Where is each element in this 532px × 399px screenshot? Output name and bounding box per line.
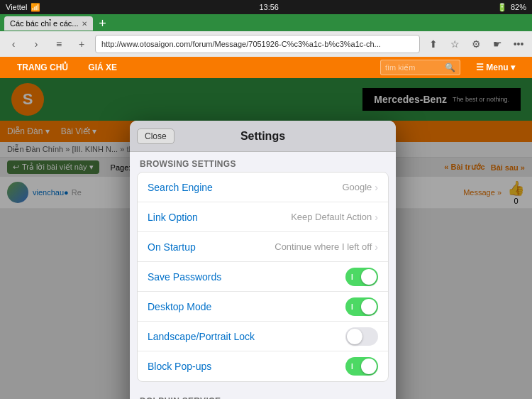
tab-strip: Các bác chỉ e các... ✕ + <box>0 14 532 31</box>
gear-button[interactable]: ⚙ <box>467 35 485 53</box>
search-input[interactable] <box>385 63 442 72</box>
carrier-label: Viettel <box>6 3 27 11</box>
chevron-icon-link-option: › <box>375 212 378 223</box>
row-value-block-popups: I <box>345 357 378 376</box>
row-nav-value-search-engine: Google <box>342 182 372 192</box>
tab-label: Các bác chỉ e các... <box>10 19 79 28</box>
battery-label: 82% <box>511 3 526 11</box>
status-right: 🔋 82% <box>497 3 526 12</box>
toggle-knob <box>361 269 377 285</box>
url-bar[interactable]: http://www.otosaigon.com/forum/Message/7… <box>95 35 420 53</box>
hand-button[interactable]: ☛ <box>488 35 506 53</box>
toggle-knob <box>361 359 377 374</box>
row-value-landscape-portrait <box>345 327 378 346</box>
modal-title: Settings <box>240 130 285 143</box>
toggle-label: I <box>351 273 353 280</box>
settings-row-link-option[interactable]: Link OptionKeep Default Action› <box>138 202 388 232</box>
forward-button[interactable]: › <box>27 35 45 53</box>
settings-row-landscape-portrait[interactable]: Landscape/Portrait Lock <box>138 322 388 351</box>
row-nav-value-link-option: Keep Default Action <box>291 212 372 222</box>
menu-bar: TRANG CHỦ GIÁ XE 🔍 ☰ Menu ▾ <box>0 57 532 78</box>
chevron-icon-on-startup: › <box>375 241 378 253</box>
reader-button[interactable]: ≡ <box>50 35 68 53</box>
settings-row-save-passwords[interactable]: Save PasswordsI <box>138 262 388 292</box>
bookmark-button[interactable]: ☆ <box>445 35 464 53</box>
row-label-on-startup: On Startup <box>148 241 196 253</box>
toggle-landscape-portrait[interactable] <box>345 327 378 346</box>
row-value-desktop-mode: I <box>345 297 378 316</box>
browser-tab[interactable]: Các bác chỉ e các... ✕ <box>4 16 93 31</box>
toggle-save-passwords[interactable]: I <box>345 268 378 286</box>
modal-body: Browsing SettingsSearch EngineGoogle›Lin… <box>130 152 396 399</box>
row-value-save-passwords: I <box>345 268 378 286</box>
status-bar: Viettel 📶 13:56 🔋 82% <box>0 0 532 14</box>
menu-item-price[interactable]: GIÁ XE <box>78 57 127 78</box>
wifi-icon: 📶 <box>31 3 40 12</box>
menu-button[interactable]: ☰ Menu ▾ <box>466 57 525 78</box>
battery-icon: 🔋 <box>497 3 507 12</box>
back-button[interactable]: ‹ <box>4 35 23 53</box>
search-icon[interactable]: 🔍 <box>445 62 455 72</box>
section-header-dolphin-service: Dolphin Service <box>130 389 396 399</box>
close-button[interactable]: Close <box>137 129 174 144</box>
row-value-search-engine: Google› <box>342 182 378 193</box>
toggle-desktop-mode[interactable]: I <box>345 297 378 316</box>
share-button[interactable]: ⬆ <box>424 35 443 53</box>
row-label-search-engine: Search Engine <box>148 182 213 193</box>
row-value-link-option: Keep Default Action› <box>291 212 378 223</box>
new-tab-button[interactable]: + <box>96 16 110 31</box>
section-header-browsing-settings: Browsing Settings <box>130 152 396 172</box>
row-value-on-startup: Continue where I left off› <box>275 241 378 253</box>
settings-row-desktop-mode[interactable]: Desktop ModeI <box>138 292 388 322</box>
add-button[interactable]: + <box>72 35 91 53</box>
toggle-knob <box>347 329 362 344</box>
menu-item-home[interactable]: TRANG CHỦ <box>7 57 78 78</box>
settings-group-browsing-settings: Search EngineGoogle›Link OptionKeep Defa… <box>137 172 389 382</box>
settings-modal: Close Settings Browsing SettingsSearch E… <box>130 121 396 399</box>
row-label-block-popups: Block Pop-ups <box>148 361 211 372</box>
time-label: 13:56 <box>259 3 279 11</box>
nav-actions: ⬆ ☆ ⚙ ☛ ••• <box>424 35 528 53</box>
nav-bar: ‹ › ≡ + http://www.otosaigon.com/forum/M… <box>0 31 532 57</box>
settings-row-search-engine[interactable]: Search EngineGoogle› <box>138 173 388 202</box>
row-label-landscape-portrait: Landscape/Portrait Lock <box>148 331 255 342</box>
toggle-knob <box>361 299 377 315</box>
row-label-link-option: Link Option <box>148 212 198 223</box>
toggle-label: I <box>351 363 353 371</box>
row-label-save-passwords: Save Passwords <box>148 271 221 283</box>
toggle-label: I <box>351 302 353 310</box>
settings-row-block-popups[interactable]: Block Pop-upsI <box>138 351 388 381</box>
more-button[interactable]: ••• <box>509 35 528 53</box>
url-text: http://www.otosaigon.com/forum/Message/7… <box>101 40 381 48</box>
row-label-desktop-mode: Desktop Mode <box>148 301 211 312</box>
search-box[interactable]: 🔍 <box>380 60 460 75</box>
status-left: Viettel 📶 <box>6 3 40 12</box>
bg-content: S Mercedes-Benz The best or nothing. Diễ… <box>0 78 532 399</box>
row-nav-value-on-startup: Continue where I left off <box>275 241 372 252</box>
chevron-icon-search-engine: › <box>375 182 378 193</box>
settings-row-on-startup[interactable]: On StartupContinue where I left off› <box>138 232 388 262</box>
modal-header: Close Settings <box>130 121 396 152</box>
tab-close-icon[interactable]: ✕ <box>82 20 87 28</box>
toggle-block-popups[interactable]: I <box>345 357 378 376</box>
